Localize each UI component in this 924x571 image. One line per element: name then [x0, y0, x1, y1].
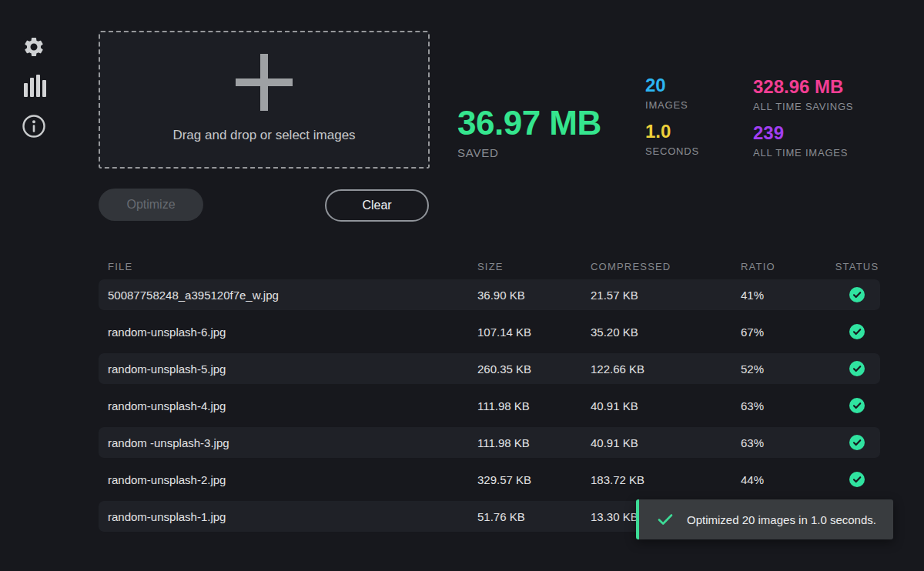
success-check-icon [849, 324, 865, 339]
compressed-cell: 40.91 KB [591, 436, 741, 449]
ratio-cell: 63% [741, 436, 834, 449]
seconds-stat: 1.0 SECONDS [645, 121, 699, 157]
table-row: random-unsplash-6.jpg 107.14 KB 35.20 KB… [99, 316, 880, 347]
table-row: random-unsplash-4.jpg 111.98 KB 40.91 KB… [99, 390, 880, 421]
header-status: STATUS [834, 261, 880, 272]
session-stats: 20 IMAGES 1.0 SECONDS [645, 75, 699, 157]
size-cell: 107.14 KB [477, 326, 591, 339]
saved-stat: 36.97 MB SAVED [457, 104, 601, 159]
file-name-cell: random-unsplash-5.jpg [99, 362, 477, 376]
file-name-cell: random-unsplash-6.jpg [99, 326, 477, 339]
images-label: IMAGES [645, 99, 699, 111]
sidebar [0, 0, 69, 571]
success-check-icon [849, 435, 865, 450]
table-row: random-unsplash-2.jpg 329.57 KB 183.72 K… [99, 464, 880, 495]
size-cell: 329.57 KB [477, 473, 591, 486]
file-name-cell: random-unsplash-4.jpg [99, 399, 477, 412]
sidebar-item-stats[interactable] [20, 72, 48, 99]
sidebar-item-settings[interactable] [20, 33, 48, 61]
status-cell [834, 435, 880, 450]
clear-button[interactable]: Clear [325, 189, 429, 222]
status-cell [834, 398, 880, 413]
ratio-cell: 41% [741, 289, 834, 302]
saved-value: 36.97 MB [457, 104, 601, 142]
file-table: FILE SIZE COMPRESSED RATIO STATUS 500877… [99, 254, 880, 538]
table-body: 50087758248_a395120f7e_w.jpg 36.90 KB 21… [99, 279, 880, 532]
header-size: SIZE [477, 261, 591, 272]
dropzone-label: Drag and drop or select images [172, 128, 355, 143]
gear-icon [22, 35, 45, 58]
toast: Optimized 20 images in 1.0 seconds. [636, 499, 893, 539]
table-row: random -unsplash-3.jpg 111.98 KB 40.91 K… [99, 427, 880, 458]
saved-label: SAVED [457, 146, 601, 159]
images-value: 20 [645, 75, 699, 96]
file-name-cell: 50087758248_a395120f7e_w.jpg [99, 289, 477, 302]
toast-check-icon [658, 513, 673, 526]
file-name-cell: random -unsplash-3.jpg [99, 436, 477, 449]
status-cell [834, 287, 880, 302]
images-stat: 20 IMAGES [645, 75, 699, 111]
info-icon [22, 114, 46, 139]
success-check-icon [849, 287, 865, 302]
compressed-cell: 21.57 KB [591, 289, 741, 302]
plus-icon [236, 54, 293, 111]
ratio-cell: 44% [741, 473, 834, 486]
success-check-icon [849, 398, 865, 413]
ratio-cell: 63% [741, 399, 834, 412]
header-compressed: COMPRESSED [591, 261, 741, 272]
compressed-cell: 40.91 KB [591, 399, 741, 412]
dropzone[interactable]: Drag and drop or select images [99, 31, 430, 169]
all-time-images-value: 239 [753, 122, 853, 144]
all-time-images-stat: 239 ALL TIME IMAGES [753, 122, 853, 159]
toast-message: Optimized 20 images in 1.0 seconds. [687, 513, 876, 526]
size-cell: 51.76 KB [477, 510, 591, 523]
size-cell: 260.35 KB [477, 362, 591, 376]
sidebar-item-info[interactable] [20, 112, 48, 140]
table-row: 50087758248_a395120f7e_w.jpg 36.90 KB 21… [99, 279, 880, 310]
size-cell: 111.98 KB [477, 436, 591, 449]
bar-chart-icon [22, 73, 46, 98]
header-ratio: RATIO [741, 261, 834, 272]
compressed-cell: 122.66 KB [591, 362, 741, 376]
seconds-value: 1.0 [645, 121, 699, 142]
file-name-cell: random-unsplash-2.jpg [99, 473, 477, 486]
compressed-cell: 35.20 KB [591, 326, 741, 339]
status-cell [834, 472, 880, 487]
all-time-images-label: ALL TIME IMAGES [753, 147, 853, 159]
table-header: FILE SIZE COMPRESSED RATIO STATUS [99, 254, 880, 279]
all-time-stats: 328.96 MB ALL TIME SAVINGS 239 ALL TIME … [753, 76, 853, 159]
ratio-cell: 67% [741, 326, 834, 339]
status-cell [834, 361, 880, 376]
success-check-icon [849, 472, 865, 487]
header-file: FILE [99, 261, 477, 272]
optimize-button[interactable]: Optimize [99, 189, 203, 221]
size-cell: 36.90 KB [477, 289, 591, 302]
all-time-savings-label: ALL TIME SAVINGS [753, 101, 853, 112]
size-cell: 111.98 KB [477, 399, 591, 412]
compressed-cell: 183.72 KB [591, 473, 741, 486]
all-time-savings-stat: 328.96 MB ALL TIME SAVINGS [753, 76, 853, 112]
seconds-label: SECONDS [645, 145, 699, 157]
status-cell [834, 324, 880, 339]
success-check-icon [849, 361, 865, 376]
all-time-savings-value: 328.96 MB [753, 76, 853, 98]
file-name-cell: random-unsplash-1.jpg [99, 510, 477, 523]
ratio-cell: 52% [741, 362, 834, 376]
table-row: random-unsplash-5.jpg 260.35 KB 122.66 K… [99, 353, 880, 384]
